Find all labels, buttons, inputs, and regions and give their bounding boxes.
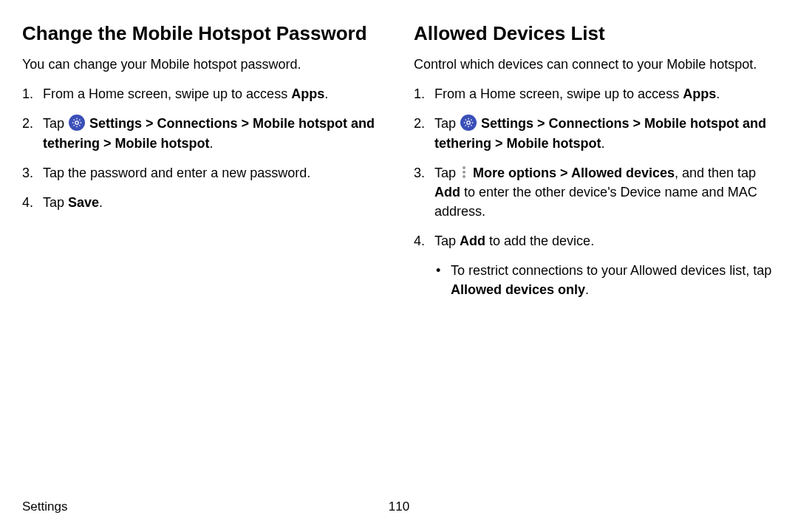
settings-gear-icon xyxy=(460,115,477,131)
step-text: Tap the password and enter a new passwor… xyxy=(43,166,310,180)
page-footer: Settings 110 xyxy=(22,499,776,514)
step-text: , and then tap xyxy=(675,166,756,180)
step-item: Tap Add to add the device. To restrict c… xyxy=(414,231,776,299)
step-text: Tap xyxy=(434,233,460,248)
step-text: to add the device. xyxy=(485,233,594,248)
step-item: Tap More options > Allowed devices, and … xyxy=(414,163,776,221)
footer-section-label: Settings xyxy=(22,499,67,514)
bold-text: Allowed devices only xyxy=(451,282,585,297)
step-item: Tap the password and enter a new passwor… xyxy=(22,163,384,183)
steps-list: From a Home screen, swipe up to access A… xyxy=(414,84,776,299)
step-text: to enter the other device's Device name … xyxy=(434,185,757,219)
step-item: From a Home screen, swipe up to access A… xyxy=(414,84,776,103)
step-text: . xyxy=(210,136,214,151)
step-text: . xyxy=(324,86,328,101)
more-options-icon xyxy=(460,165,468,180)
step-item: Tap Settings > Connections > Mobile hots… xyxy=(414,114,776,152)
bold-text: Apps xyxy=(683,86,716,101)
step-text: Tap xyxy=(43,195,68,210)
steps-list: From a Home screen, swipe up to access A… xyxy=(22,84,384,211)
step-item: Tap Save. xyxy=(22,193,384,212)
step-text: . xyxy=(601,136,605,151)
step-item: Tap Settings > Connections > Mobile hots… xyxy=(22,114,384,152)
settings-gear-icon xyxy=(69,115,85,131)
sub-bullet-list: To restrict connections to your Allowed … xyxy=(434,261,776,299)
right-column: Allowed Devices List Control which devic… xyxy=(414,22,776,310)
step-text: From a Home screen, swipe up to access xyxy=(434,86,683,101)
step-text: Tap xyxy=(434,166,460,180)
bold-text: Add xyxy=(460,233,485,248)
step-text: Tap xyxy=(43,116,68,131)
svg-point-0 xyxy=(75,121,78,124)
bold-text: Apps xyxy=(291,86,324,101)
bullet-text: . xyxy=(585,282,589,297)
step-text: . xyxy=(716,86,720,101)
bullet-item: To restrict connections to your Allowed … xyxy=(434,261,776,299)
bold-text: Save xyxy=(68,195,99,210)
intro-text: Control which devices can connect to you… xyxy=(414,55,776,74)
heading-change-password: Change the Mobile Hotspot Password xyxy=(22,22,384,45)
left-column: Change the Mobile Hotspot Password You c… xyxy=(22,22,384,310)
step-item: From a Home screen, swipe up to access A… xyxy=(22,84,384,103)
intro-text: You can change your Mobile hotspot passw… xyxy=(22,55,384,74)
bold-text: More options > Allowed devices xyxy=(473,166,675,180)
step-text: . xyxy=(99,195,103,210)
heading-allowed-devices: Allowed Devices List xyxy=(414,22,776,45)
bullet-text: To restrict connections to your Allowed … xyxy=(451,263,771,278)
content-columns: Change the Mobile Hotspot Password You c… xyxy=(22,22,776,310)
bold-text: Add xyxy=(434,185,460,200)
page-number: 110 xyxy=(389,499,409,514)
step-text: Tap xyxy=(434,116,460,131)
svg-point-1 xyxy=(467,121,470,124)
step-text: From a Home screen, swipe up to access xyxy=(43,86,291,101)
